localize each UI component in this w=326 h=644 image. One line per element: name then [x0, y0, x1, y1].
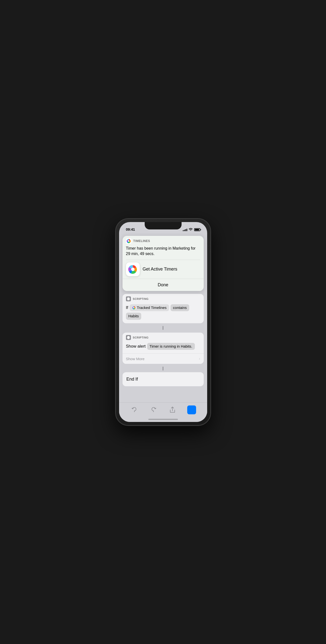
habits-tag[interactable]: Habits — [126, 313, 141, 320]
svg-point-2 — [128, 240, 129, 242]
if-keyword: If — [126, 304, 128, 311]
show-alert-keyword: Show alert — [126, 343, 146, 350]
show-more-row[interactable]: Show More › — [122, 353, 204, 364]
scripting-if-header: SCRIPTING — [122, 294, 204, 303]
notification-card: TIMELINES Timer has been running in Mark… — [122, 236, 204, 291]
phone-frame: 09:41 — [115, 218, 211, 426]
svg-point-7 — [133, 307, 134, 308]
tracked-timelines-tag[interactable]: Tracked Timelines — [130, 304, 169, 312]
scripting-alert-label: SCRIPTING — [133, 336, 149, 339]
svg-rect-8 — [189, 408, 194, 412]
signal-icon — [183, 228, 187, 231]
svg-point-5 — [131, 268, 135, 271]
redo-button[interactable] — [149, 406, 158, 414]
action-icon-wrapper — [126, 262, 140, 276]
scripting-cards: SCRIPTING If — [119, 294, 207, 372]
action-label: Get Active Timers — [143, 266, 177, 272]
show-more-label: Show More — [126, 357, 145, 361]
scripting-if-label: SCRIPTING — [133, 298, 149, 300]
status-time: 09:41 — [126, 227, 135, 232]
done-button[interactable]: Done — [122, 279, 204, 291]
timelines-app-icon — [126, 238, 131, 244]
notif-action[interactable]: Get Active Timers — [122, 260, 204, 279]
gear-icon-alert — [126, 335, 131, 340]
connector-2 — [122, 366, 204, 371]
status-icons — [183, 228, 200, 232]
scripting-alert-card: SCRIPTING Show alert Timer is running in… — [122, 332, 204, 364]
notif-header: TIMELINES — [122, 236, 204, 246]
end-if-label: End If — [126, 377, 138, 382]
play-button[interactable] — [187, 406, 196, 414]
undo-button[interactable] — [130, 406, 139, 414]
screen-content: TIMELINES Timer has been running in Mark… — [119, 233, 207, 422]
end-if-card: End If — [122, 372, 204, 386]
scripting-alert-header: SCRIPTING — [122, 332, 204, 342]
gear-icon-if — [126, 296, 131, 301]
phone-screen: 09:41 — [119, 222, 207, 422]
scripting-alert-body: Show alert Timer is running in Habits. — [122, 342, 204, 354]
timelines-action-icon — [127, 264, 139, 275]
scripting-if-body: If Trac — [122, 303, 204, 323]
notch — [145, 222, 182, 230]
chevron-right-icon: › — [199, 356, 200, 361]
notif-body: Timer has been running in Marketing for … — [122, 246, 204, 260]
connector-1 — [122, 325, 204, 330]
alert-text-tag[interactable]: Timer is running in Habits. — [147, 343, 195, 350]
battery-icon — [194, 228, 200, 231]
contains-tag[interactable]: contains — [171, 304, 189, 312]
notif-app-name: TIMELINES — [133, 239, 150, 243]
wifi-icon — [189, 228, 193, 232]
home-indicator — [148, 419, 178, 420]
share-button[interactable] — [168, 406, 177, 414]
scripting-if-card: SCRIPTING If — [122, 294, 204, 323]
